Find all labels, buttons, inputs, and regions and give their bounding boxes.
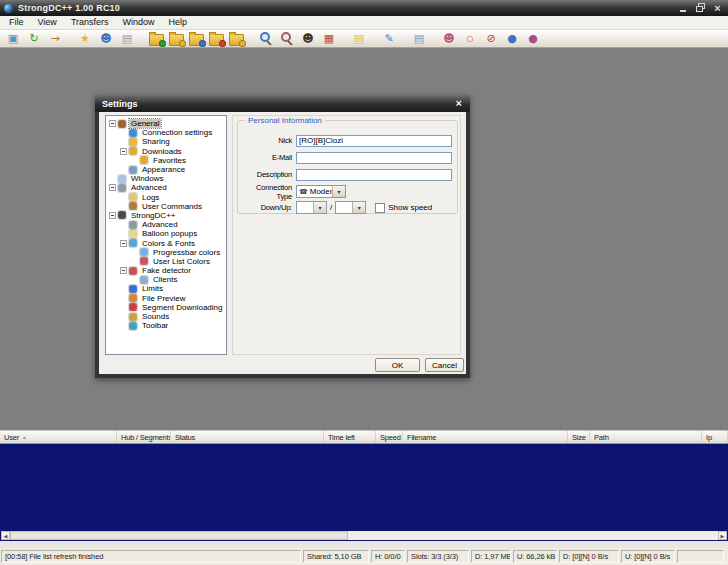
tree-item-icon bbox=[129, 202, 137, 210]
scroll-right-icon[interactable]: ▶ bbox=[718, 531, 727, 540]
column-status[interactable]: Status bbox=[171, 431, 324, 443]
column-time-left[interactable]: Time left bbox=[324, 431, 376, 443]
update-icon[interactable]: ● bbox=[504, 31, 520, 46]
system-log-icon[interactable]: ▤ bbox=[411, 31, 427, 46]
favorite-hubs-icon[interactable]: ★ bbox=[77, 31, 93, 46]
tree-item-appearance[interactable]: Appearance bbox=[106, 165, 226, 174]
settings-panel: Personal Information Nick E-Mail Descrip… bbox=[232, 115, 461, 355]
adl-search-icon[interactable]: ☻ bbox=[300, 31, 316, 46]
tree-item-connection-settings[interactable]: Connection settings bbox=[106, 128, 226, 137]
finished-downloads-icon[interactable] bbox=[169, 34, 184, 46]
column-filename[interactable]: Filename bbox=[403, 431, 568, 443]
tree-item-progressbar-colors[interactable]: Progressbar colors bbox=[106, 248, 226, 257]
chevron-down-icon[interactable]: ▾ bbox=[352, 202, 365, 213]
tree-item-toolbar[interactable]: Toolbar bbox=[106, 321, 226, 330]
upload-queue-icon[interactable] bbox=[229, 34, 244, 46]
show-speed-checkbox[interactable] bbox=[375, 203, 385, 213]
ok-button[interactable]: OK bbox=[375, 358, 420, 372]
tree-item-icon bbox=[129, 239, 137, 247]
tree-item-user-list-colors[interactable]: User List Colors bbox=[106, 257, 226, 266]
restore-icon[interactable] bbox=[695, 3, 706, 13]
tree-expander-icon[interactable] bbox=[109, 212, 116, 219]
tree-item-label: Colors & Fonts bbox=[140, 239, 197, 248]
finished-uploads-icon[interactable] bbox=[209, 34, 224, 46]
shutdown-icon[interactable]: ⊘ bbox=[483, 31, 499, 46]
chevron-down-icon[interactable]: ▾ bbox=[332, 186, 345, 197]
nick-field[interactable] bbox=[296, 135, 452, 147]
email-field[interactable] bbox=[296, 152, 452, 164]
tree-item-file-preview[interactable]: File Preview bbox=[106, 294, 226, 303]
tree-item-limits[interactable]: Limits bbox=[106, 284, 226, 293]
connection-type-select[interactable]: ☎ Modem ▾ bbox=[296, 185, 346, 198]
favorite-users-icon[interactable]: ☻ bbox=[98, 31, 114, 46]
close-icon[interactable]: × bbox=[712, 3, 723, 13]
tree-item-clients[interactable]: Clients bbox=[106, 275, 226, 284]
column-ip[interactable]: Ip bbox=[702, 431, 728, 443]
tree-item-windows[interactable]: Windows bbox=[106, 174, 226, 183]
tree-item-sdc-advanced[interactable]: Advanced bbox=[106, 220, 226, 229]
tree-item-downloads[interactable]: Downloads bbox=[106, 147, 226, 156]
column-user[interactable]: User ▲ bbox=[0, 431, 117, 443]
follow-redirect-icon[interactable]: → bbox=[47, 31, 63, 46]
tree-item-label: Advanced bbox=[140, 220, 180, 229]
users-icon[interactable]: ☻ bbox=[441, 31, 457, 46]
column-path[interactable]: Path bbox=[590, 431, 702, 443]
reconnect-icon[interactable]: ↻ bbox=[26, 31, 42, 46]
chevron-down-icon[interactable]: ▾ bbox=[313, 202, 326, 213]
tree-expander-icon[interactable] bbox=[109, 184, 116, 191]
away-icon[interactable]: ○ bbox=[464, 33, 476, 45]
transfers-list[interactable]: ◀ ▶ bbox=[0, 444, 728, 541]
dialog-close-icon[interactable]: × bbox=[456, 98, 462, 109]
cancel-button[interactable]: Cancel bbox=[425, 358, 464, 372]
own-filelist-icon[interactable]: ▤ bbox=[119, 31, 135, 46]
menu-window[interactable]: Window bbox=[116, 16, 162, 29]
scrollbar-thumb[interactable] bbox=[10, 531, 348, 540]
tree-item-balloon-popups[interactable]: Balloon popups bbox=[106, 229, 226, 238]
nick-row: Nick bbox=[240, 134, 452, 147]
description-field[interactable] bbox=[296, 169, 452, 181]
column-hub-segments[interactable]: Hub / Segments bbox=[117, 431, 171, 443]
tree-expander-icon[interactable] bbox=[120, 240, 127, 247]
waiting-users-icon[interactable] bbox=[189, 34, 204, 46]
down-up-row: Down/Up: ▾ / ▾ Show speed bbox=[240, 201, 452, 214]
tree-item-sharing[interactable]: Sharing bbox=[106, 137, 226, 146]
tree-item-sounds[interactable]: Sounds bbox=[106, 312, 226, 321]
minimize-icon[interactable] bbox=[678, 3, 689, 13]
tree-item-label: Advanced bbox=[129, 183, 169, 192]
tree-item-fake-detector[interactable]: Fake detector bbox=[106, 266, 226, 275]
public-hubs-icon[interactable]: ▣ bbox=[5, 31, 21, 46]
menu-help[interactable]: Help bbox=[162, 16, 195, 29]
search-icon[interactable] bbox=[258, 31, 274, 46]
download-queue-icon[interactable] bbox=[149, 34, 164, 46]
scroll-left-icon[interactable]: ◀ bbox=[1, 531, 10, 540]
tree-expander-icon[interactable] bbox=[109, 120, 116, 127]
menu-transfers[interactable]: Transfers bbox=[64, 16, 116, 29]
settings-icon[interactable]: ✎ bbox=[381, 31, 397, 46]
tree-item-user-commands[interactable]: User Commands bbox=[106, 202, 226, 211]
tree-item-colors-fonts[interactable]: Colors & Fonts bbox=[106, 238, 226, 247]
menu-file[interactable]: File bbox=[2, 16, 31, 29]
up-speed-select[interactable]: ▾ bbox=[335, 201, 366, 214]
tree-item-segment-downloading[interactable]: Segment Downloading bbox=[106, 303, 226, 312]
tree-item-favorites[interactable]: Favorites bbox=[106, 156, 226, 165]
notepad-icon[interactable]: ▤ bbox=[351, 31, 367, 46]
dialog-titlebar[interactable]: Settings × bbox=[95, 95, 470, 112]
tree-item-label: Balloon popups bbox=[140, 229, 199, 238]
menu-view[interactable]: View bbox=[31, 16, 64, 29]
search-spy-icon[interactable] bbox=[279, 31, 295, 46]
tree-expander-icon[interactable] bbox=[120, 148, 127, 155]
tree-item-advanced[interactable]: Advanced bbox=[106, 183, 226, 192]
menu-bar: File View Transfers Window Help bbox=[0, 16, 728, 30]
network-statistics-icon[interactable]: ▦ bbox=[321, 31, 337, 46]
column-size[interactable]: Size bbox=[568, 431, 590, 443]
down-speed-select[interactable]: ▾ bbox=[296, 201, 327, 214]
dialog-title: Settings bbox=[102, 99, 138, 109]
tree-item-label: Toolbar bbox=[140, 321, 170, 330]
horizontal-scrollbar[interactable]: ◀ ▶ bbox=[1, 531, 727, 540]
about-icon[interactable]: ● bbox=[525, 31, 541, 46]
column-speed[interactable]: Speed bbox=[376, 431, 403, 443]
tree-item-general[interactable]: General bbox=[106, 119, 226, 128]
tree-expander-icon[interactable] bbox=[120, 267, 127, 274]
tree-item-logs[interactable]: Logs bbox=[106, 193, 226, 202]
tree-item-strongdc[interactable]: StrongDC++ bbox=[106, 211, 226, 220]
